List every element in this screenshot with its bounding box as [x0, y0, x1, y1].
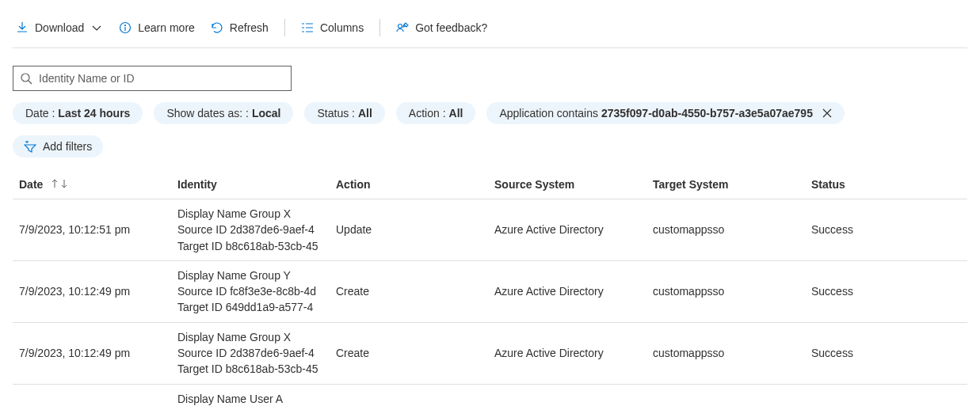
col-header-target[interactable]: Target System [646, 170, 805, 199]
cell-date: 7/9/2023, 10:12:47 pm [13, 384, 171, 406]
filter-action-label: Action : [409, 107, 446, 120]
cell-identity: Display Name Group XSource ID 2d387de6-9… [171, 199, 330, 261]
columns-label: Columns [320, 21, 364, 34]
svg-point-1 [125, 25, 126, 26]
filter-status[interactable]: Status : All [304, 102, 384, 124]
download-icon [16, 21, 29, 34]
add-filters-button[interactable]: Add filters [13, 135, 103, 157]
filter-application[interactable]: Application contains 2735f097-d0ab-4550-… [486, 102, 845, 124]
cell-target: customappsso [646, 322, 805, 384]
info-icon [119, 21, 132, 34]
feedback-label: Got feedback? [415, 21, 487, 34]
cell-date: 7/9/2023, 10:12:49 pm [13, 260, 171, 322]
col-header-identity[interactable]: Identity [171, 170, 330, 199]
sort-icons [51, 179, 68, 188]
identity-displayname: Display Name Group Y [177, 268, 323, 283]
filter-date-value: Last 24 hours [58, 107, 130, 120]
cell-identity: Display Name Group XSource ID 2d387de6-9… [171, 322, 330, 384]
cell-source: Azure Active Directory [488, 384, 646, 406]
cell-date: 7/9/2023, 10:12:51 pm [13, 199, 171, 261]
identity-sourceid: Source ID fc8f3e3e-8c8b-4d [177, 283, 323, 299]
col-header-target-label: Target System [653, 178, 728, 191]
table-row[interactable]: 7/9/2023, 10:12:47 pmDisplay Name User A… [13, 384, 967, 406]
search-input[interactable] [37, 71, 284, 85]
table-row[interactable]: 7/9/2023, 10:12:51 pmDisplay Name Group … [13, 199, 967, 261]
identity-sourceid: Source ID 2d387de6-9aef-4 [177, 345, 323, 361]
svg-point-3 [21, 74, 29, 82]
identity-sourceid: Source ID 2d387de6-9aef-4 [177, 222, 323, 237]
separator [379, 19, 380, 36]
identity-displayname: Display Name Group X [177, 329, 323, 345]
svg-point-2 [398, 25, 402, 28]
col-header-source-label: Source System [494, 178, 574, 191]
columns-icon [301, 21, 314, 34]
cell-identity: Display Name Group YSource ID fc8f3e3e-8… [171, 260, 330, 322]
cell-source: Azure Active Directory [488, 322, 646, 384]
cell-status: Success [805, 260, 967, 322]
columns-button[interactable]: Columns [301, 21, 364, 34]
filter-application-value: 2735f097-d0ab-4550-b757-a3e5a07ae795 [601, 107, 813, 120]
cell-status: Success [805, 384, 967, 406]
col-header-source[interactable]: Source System [488, 170, 646, 199]
identity-displayname: Display Name User A [177, 391, 323, 406]
cell-action: Create [330, 384, 488, 406]
table-row[interactable]: 7/9/2023, 10:12:49 pmDisplay Name Group … [13, 322, 967, 384]
col-header-date[interactable]: Date [13, 170, 171, 199]
filter-row: Date : Last 24 hours Show dates as: : Lo… [13, 102, 967, 124]
search-icon [20, 72, 32, 85]
filter-showdates-label: Show dates as: : [166, 107, 249, 120]
col-header-action-label: Action [336, 178, 371, 191]
cell-action: Create [330, 322, 488, 384]
col-header-status[interactable]: Status [805, 170, 967, 199]
filter-date-label: Date : [25, 107, 55, 120]
col-header-status-label: Status [811, 178, 845, 191]
filter-showdates-value: Local [252, 107, 281, 120]
cell-target: customappsso [646, 260, 805, 322]
close-icon[interactable] [822, 108, 832, 118]
refresh-icon [211, 21, 223, 34]
cell-date: 7/9/2023, 10:12:49 pm [13, 322, 171, 384]
log-table: Date Identity Action Source System Targe… [13, 170, 967, 406]
download-button[interactable]: Download [16, 21, 103, 34]
col-header-identity-label: Identity [177, 178, 217, 191]
cell-target: customappsso [646, 384, 805, 406]
learn-more-label: Learn more [138, 21, 195, 34]
search-input-wrapper[interactable] [13, 66, 292, 91]
cell-target: customappsso [646, 199, 805, 261]
filter-application-label: Application contains [499, 107, 598, 120]
learn-more-button[interactable]: Learn more [119, 21, 195, 34]
identity-targetid: Target ID b8c618ab-53cb-45 [177, 361, 323, 377]
cell-identity: Display Name User ASource ID d3f027e6-6e… [171, 384, 330, 406]
toolbar: Download Learn more Refresh Columns Got … [13, 13, 967, 48]
col-header-action[interactable]: Action [330, 170, 488, 199]
cell-action: Create [330, 260, 488, 322]
download-label: Download [35, 21, 84, 34]
filter-showdates[interactable]: Show dates as: : Local [154, 102, 293, 124]
filter-action-value: All [449, 107, 463, 120]
separator [284, 19, 285, 36]
sort-up-icon [51, 179, 59, 188]
refresh-button[interactable]: Refresh [211, 21, 269, 34]
cell-source: Azure Active Directory [488, 199, 646, 261]
cell-action: Update [330, 199, 488, 261]
cell-source: Azure Active Directory [488, 260, 646, 322]
sort-down-icon [60, 179, 68, 188]
refresh-label: Refresh [230, 21, 269, 34]
identity-displayname: Display Name Group X [177, 206, 323, 222]
table-row[interactable]: 7/9/2023, 10:12:49 pmDisplay Name Group … [13, 260, 967, 322]
chevron-down-icon [90, 21, 103, 34]
col-header-date-label: Date [19, 178, 43, 191]
feedback-icon [396, 21, 409, 34]
identity-targetid: Target ID 649dd1a9-a577-4 [177, 299, 323, 315]
filter-action[interactable]: Action : All [396, 102, 476, 124]
filter-status-label: Status : [317, 107, 354, 120]
filter-date[interactable]: Date : Last 24 hours [13, 102, 143, 124]
filter-icon [24, 140, 36, 153]
add-filters-label: Add filters [43, 140, 92, 153]
cell-status: Success [805, 322, 967, 384]
cell-status: Success [805, 199, 967, 261]
filter-status-value: All [358, 107, 372, 120]
feedback-button[interactable]: Got feedback? [396, 21, 487, 34]
identity-targetid: Target ID b8c618ab-53cb-45 [177, 238, 323, 254]
